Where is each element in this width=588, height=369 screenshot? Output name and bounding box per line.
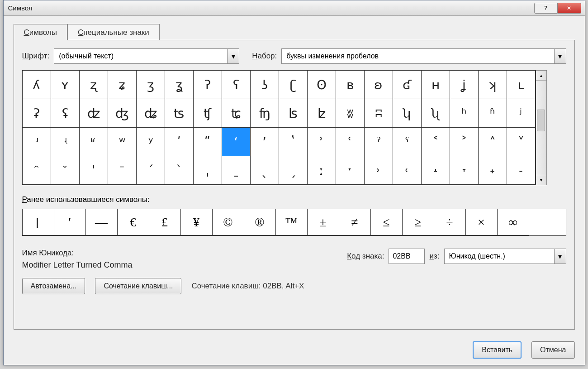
symbol-cell[interactable]: ˆ: [23, 156, 51, 185]
symbol-cell[interactable]: ʼ: [251, 128, 279, 156]
from-combo[interactable]: Юникод (шестн.) ▾: [444, 249, 566, 264]
recent-cell[interactable]: ±: [308, 209, 339, 235]
insert-button[interactable]: Вставить: [473, 341, 522, 359]
symbol-cell[interactable]: ʴ: [23, 128, 51, 156]
autocorrect-button[interactable]: Автозамена...: [22, 278, 85, 294]
symbol-cell[interactable]: ʛ: [393, 71, 422, 99]
symbol-cell[interactable]: ʖ: [251, 71, 279, 99]
tab-special[interactable]: Специальные знаки: [67, 24, 160, 40]
symbol-cell[interactable]: ʮ: [393, 99, 422, 128]
recent-cell[interactable]: ™: [276, 209, 308, 235]
font-combo[interactable]: (обычный текст) ▾: [54, 48, 239, 64]
recent-cell[interactable]: ′: [54, 209, 86, 235]
symbol-cell[interactable]: ʭ: [365, 99, 393, 128]
symbol-cell[interactable]: ʟ: [507, 71, 536, 99]
set-combo[interactable]: буквы изменения пробелов ▾: [281, 48, 566, 64]
symbol-cell[interactable]: ʱ: [479, 99, 507, 128]
symbol-cell[interactable]: ʹ: [165, 128, 194, 156]
recent-cell[interactable]: ×: [466, 209, 498, 235]
symbol-cell[interactable]: ʒ: [137, 71, 165, 99]
symbol-cell[interactable]: ʺ: [194, 128, 222, 156]
symbol-cell[interactable]: ʥ: [137, 99, 165, 128]
help-button[interactable]: ?: [534, 3, 558, 14]
recent-cell[interactable]: [: [23, 209, 54, 235]
symbol-cell[interactable]: ʏ: [51, 71, 80, 99]
symbol-cell[interactable]: ʾ: [308, 128, 336, 156]
symbol-cell[interactable]: ʣ: [80, 99, 108, 128]
scroll-thumb[interactable]: [537, 110, 545, 131]
symbol-cell[interactable]: ʨ: [222, 99, 251, 128]
recent-cell[interactable]: —: [86, 209, 118, 235]
symbol-cell[interactable]: ʫ: [308, 99, 336, 128]
symbol-cell[interactable]: ʞ: [479, 71, 507, 99]
symbol-cell[interactable]: ʜ: [422, 71, 450, 99]
symbol-cell[interactable]: ʑ: [108, 71, 137, 99]
symbol-cell[interactable]: ˔: [422, 156, 450, 185]
symbol-cell[interactable]: ʿ: [336, 128, 365, 156]
symbol-cell[interactable]: ˎ: [251, 156, 279, 185]
symbol-cell[interactable]: ʢ: [51, 99, 80, 128]
chevron-down-icon[interactable]: ▾: [554, 249, 566, 264]
symbol-cell[interactable]: ʩ: [251, 99, 279, 128]
symbol-cell[interactable]: ˄: [479, 128, 507, 156]
symbol-cell[interactable]: ˅: [507, 128, 536, 156]
symbol-cell[interactable]: ˀ: [365, 128, 393, 156]
symbol-cell[interactable]: ʶ: [80, 128, 108, 156]
symbol-cell[interactable]: ˏ: [279, 156, 308, 185]
symbol-cell[interactable]: ʵ: [51, 128, 80, 156]
symbol-cell[interactable]: ˈ: [80, 156, 108, 185]
recent-cell[interactable]: ∞: [498, 209, 529, 235]
symbol-grid[interactable]: ʎʏʐʑʒʓʔʕʖʗʘʙʚʛʜʝʞʟʡʢʣʤʥʦʧʨʩʪʫʬʭʮʯʰʱʲʴʵʶʷ…: [22, 70, 536, 185]
recent-cell[interactable]: ≤: [371, 209, 403, 235]
symbol-cell[interactable]: ʧ: [194, 99, 222, 128]
symbol-cell[interactable]: ʽ: [279, 128, 308, 156]
symbol-cell[interactable]: ˇ: [51, 156, 80, 185]
recent-cell[interactable]: ≥: [403, 209, 434, 235]
symbol-cell[interactable]: ˃: [450, 128, 479, 156]
cancel-button[interactable]: Отмена: [531, 341, 574, 359]
symbol-cell[interactable]: ʘ: [308, 71, 336, 99]
symbol-cell[interactable]: ʐ: [80, 71, 108, 99]
close-button[interactable]: ✕: [558, 3, 581, 14]
recent-cell[interactable]: ÷: [434, 209, 466, 235]
code-input[interactable]: [389, 249, 425, 264]
chevron-down-icon[interactable]: ▾: [227, 49, 239, 63]
symbol-cell[interactable]: ˖: [479, 156, 507, 185]
symbol-cell[interactable]: ˒: [365, 156, 393, 185]
symbol-cell[interactable]: ˉ: [108, 156, 137, 185]
grid-scrollbar[interactable]: ▴ ▾: [536, 70, 547, 185]
symbol-cell[interactable]: ˑ: [336, 156, 365, 185]
symbol-cell[interactable]: ʤ: [108, 99, 137, 128]
scroll-up-icon[interactable]: ▴: [536, 71, 546, 81]
symbol-cell[interactable]: ʗ: [279, 71, 308, 99]
symbol-cell[interactable]: ʻ: [222, 128, 251, 156]
symbol-cell[interactable]: ʰ: [450, 99, 479, 128]
symbol-cell[interactable]: ʷ: [108, 128, 137, 156]
symbol-cell[interactable]: ˗: [507, 156, 536, 185]
symbol-cell[interactable]: ʓ: [165, 71, 194, 99]
symbol-cell[interactable]: ˁ: [393, 128, 422, 156]
symbol-cell[interactable]: ʔ: [194, 71, 222, 99]
recent-cell[interactable]: ≠: [339, 209, 371, 235]
symbol-cell[interactable]: ʎ: [23, 71, 51, 99]
recent-cell[interactable]: €: [118, 209, 149, 235]
chevron-down-icon[interactable]: ▾: [554, 49, 566, 63]
symbol-cell[interactable]: ˋ: [165, 156, 194, 185]
symbol-cell[interactable]: ʯ: [422, 99, 450, 128]
symbol-cell[interactable]: ʦ: [165, 99, 194, 128]
recent-cell[interactable]: ©: [213, 209, 244, 235]
symbol-cell[interactable]: ˂: [422, 128, 450, 156]
symbol-cell[interactable]: ː: [308, 156, 336, 185]
recent-grid[interactable]: [′—€£¥©®™±≠≤≥÷×∞: [22, 209, 566, 236]
symbol-cell[interactable]: ʡ: [23, 99, 51, 128]
symbol-cell[interactable]: ʲ: [507, 99, 536, 128]
symbol-cell[interactable]: ʪ: [279, 99, 308, 128]
tab-symbols[interactable]: Символы: [14, 24, 68, 40]
scroll-down-icon[interactable]: ▾: [536, 175, 546, 185]
symbol-cell[interactable]: ʸ: [137, 128, 165, 156]
shortcut-button[interactable]: Сочетание клавиш...: [95, 278, 181, 294]
recent-cell[interactable]: ¥: [181, 209, 213, 235]
recent-cell[interactable]: ®: [244, 209, 276, 235]
symbol-cell[interactable]: ʙ: [336, 71, 365, 99]
symbol-cell[interactable]: ʬ: [336, 99, 365, 128]
